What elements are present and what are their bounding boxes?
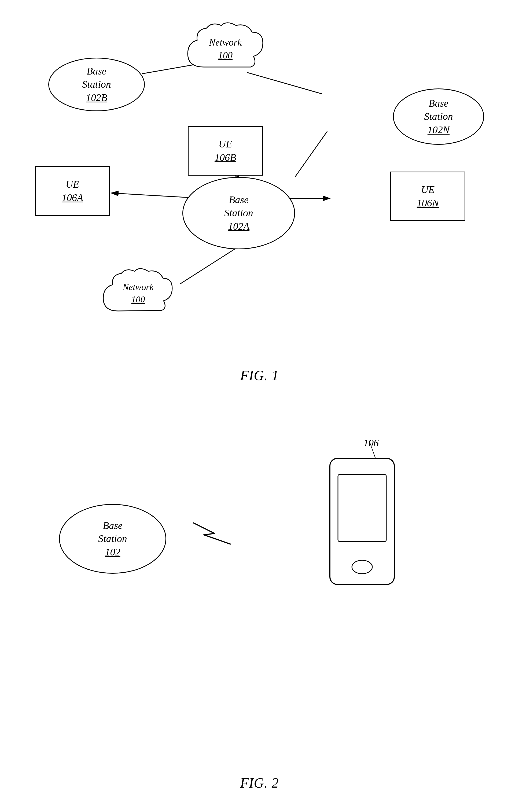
ue-106a-node: UE 106A (35, 166, 110, 216)
label-leader-line (367, 440, 384, 461)
network-top-cloud: Network 100 (182, 22, 268, 82)
ue-106b-label-line1: UE (215, 138, 236, 151)
svg-text:100: 100 (131, 294, 145, 304)
fig2-label: FIG. 2 (240, 775, 279, 791)
bs-102a-label-line1: Base (224, 193, 253, 206)
network-bottom-cloud: Network 100 (99, 268, 177, 325)
svg-line-4 (295, 132, 327, 177)
ue-106a-label-line2: 106A (62, 191, 83, 204)
page: Network 100 Base Station 102B Base Stati… (0, 0, 519, 812)
ue-106n-label-line2: 106N (417, 197, 439, 210)
phone-svg (322, 456, 402, 590)
ue-106n-node: UE 106N (390, 172, 465, 221)
bs-102b-node: Base Station 102B (48, 58, 145, 111)
svg-text:100: 100 (218, 50, 233, 61)
bs-102b-label-line2: Station (82, 78, 111, 91)
fig1-diagram: Network 100 Base Station 102B Base Stati… (0, 11, 519, 392)
ue-106b-node: UE 106B (188, 126, 263, 176)
ue-106n-label-line1: UE (417, 183, 439, 196)
bs-102a-label-line2: Station (224, 206, 253, 220)
fig1-label: FIG. 1 (240, 368, 279, 383)
svg-text:Network: Network (122, 282, 154, 292)
bs-102-label-line1: Base (98, 519, 127, 532)
bs-102n-node: Base Station 102N (393, 88, 484, 145)
bs-102n-label-line2: Station (424, 110, 453, 123)
svg-rect-15 (338, 474, 386, 542)
lightning-bolt (182, 520, 241, 547)
bs-102n-label-line3: 102N (424, 123, 453, 137)
svg-point-16 (352, 560, 372, 574)
ue-106a-label-line1: UE (62, 178, 83, 191)
svg-line-13 (369, 440, 376, 458)
ue-106-phone: 106 (322, 456, 402, 591)
fig2-diagram: Base Station 102 106 (0, 402, 519, 799)
bs-102n-label-line1: Base (424, 97, 453, 110)
svg-line-5 (180, 244, 243, 284)
bs-102a-node: Base Station 102A (182, 177, 295, 249)
bs-102b-label-line3: 102B (82, 91, 111, 104)
bs-102b-label-line1: Base (82, 65, 111, 78)
bs-102-label-line3: 102 (98, 546, 127, 559)
bs-102a-label-line3: 102A (224, 220, 253, 233)
bs-102-node: Base Station 102 (59, 504, 166, 574)
svg-text:Network: Network (209, 37, 242, 48)
ue-106b-label-line2: 106B (215, 151, 236, 164)
bs-102-label-line2: Station (98, 532, 127, 545)
